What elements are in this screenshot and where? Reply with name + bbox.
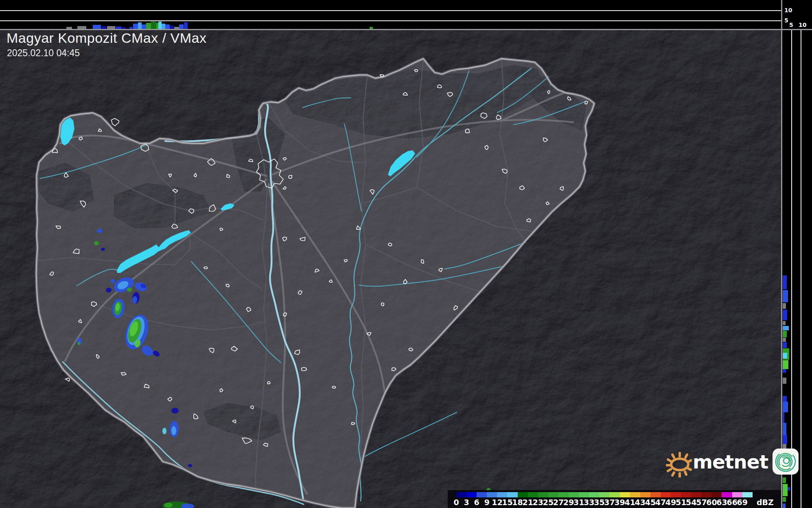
map-right-edge-line	[781, 0, 782, 508]
scale-cell	[620, 492, 630, 497]
vmax-echo	[783, 477, 786, 483]
scale-cell	[528, 492, 538, 497]
color-scale-bar	[456, 492, 753, 497]
scale-cell	[569, 492, 579, 497]
vmax-echo	[783, 504, 786, 508]
radar-app-window: 105510 Magyar Kompozit CMax / VMax 2025.…	[0, 0, 812, 508]
axis-tick-label: 5	[784, 18, 788, 23]
vmax-echo	[151, 22, 156, 29]
vmax-echo	[133, 24, 138, 29]
vmax-echo	[783, 360, 788, 369]
scale-cell	[579, 492, 589, 497]
scale-cell	[507, 492, 517, 497]
vmax-echo	[783, 310, 787, 320]
vmax-echo	[783, 435, 787, 444]
vmax-echo	[783, 378, 786, 384]
axis-tick-label: 5	[789, 22, 793, 28]
scale-cell	[518, 492, 528, 497]
vmax-echo	[162, 24, 165, 29]
scale-cell	[599, 492, 609, 497]
vmax-echo	[158, 22, 162, 29]
vmax-echo	[138, 22, 142, 29]
scale-cell	[548, 492, 558, 497]
scale-unit-label: dBZ	[755, 498, 776, 507]
cyclone-app-icon	[772, 448, 799, 475]
vmax-echo	[783, 321, 786, 325]
scale-tick-label: 69	[735, 498, 749, 507]
scale-cell	[722, 492, 732, 497]
vmax-top-panel	[0, 0, 781, 29]
vmax-echo	[783, 423, 786, 435]
vmax-echo	[783, 497, 786, 502]
vmax-echo	[783, 396, 787, 402]
height-gridline	[0, 20, 781, 21]
scale-cell	[711, 492, 722, 497]
scale-cell	[701, 492, 711, 497]
metnet-logo: metnet	[666, 446, 799, 477]
vmax-echo	[783, 484, 788, 496]
vmax-echo	[783, 353, 787, 358]
vmax-echo	[783, 326, 789, 330]
scale-cell	[640, 492, 650, 497]
vmax-echo	[783, 331, 787, 337]
timestamp: 2025.02.10 04:45	[7, 48, 80, 59]
axis-tick-label: 10	[784, 7, 792, 13]
vmax-echo	[788, 487, 790, 490]
scale-cell	[742, 492, 753, 497]
scale-cell	[466, 492, 477, 497]
vmax-echo	[783, 369, 786, 373]
scale-cell	[477, 492, 487, 497]
scale-cell	[497, 492, 507, 497]
vmax-right-panel	[782, 30, 812, 508]
scale-cell	[609, 492, 619, 497]
brand-name: metnet	[693, 451, 768, 473]
vmax-echo	[783, 402, 788, 412]
height-gridline	[0, 10, 781, 11]
scale-cell	[691, 492, 701, 497]
scale-cell	[487, 492, 497, 497]
page-title: Magyar Kompozit CMax / VMax	[7, 30, 207, 46]
vmax-echo	[783, 290, 788, 302]
height-gridline	[801, 30, 801, 508]
vmax-echo	[783, 342, 787, 348]
dbz-color-scale: 0369121518212325272931333537394143454749…	[448, 490, 781, 508]
hungary-radar-map	[0, 30, 782, 508]
vmax-echo	[783, 275, 787, 289]
scale-cell	[681, 492, 691, 497]
vmax-echo	[783, 303, 786, 309]
vmax-echo	[783, 338, 786, 342]
scale-cell	[671, 492, 681, 497]
scale-cell	[558, 492, 569, 497]
scale-cell	[732, 492, 742, 497]
vmax-echo	[146, 23, 151, 29]
height-gridline	[791, 30, 792, 508]
sun-icon	[666, 446, 692, 477]
axis-tick-label: 10	[799, 22, 806, 28]
scale-cell	[538, 492, 548, 497]
vmax-echo	[184, 22, 188, 29]
scale-cell	[661, 492, 671, 497]
scale-cell	[650, 492, 661, 497]
scale-cell	[456, 492, 466, 497]
scale-cell	[589, 492, 599, 497]
scale-cell	[630, 492, 640, 497]
